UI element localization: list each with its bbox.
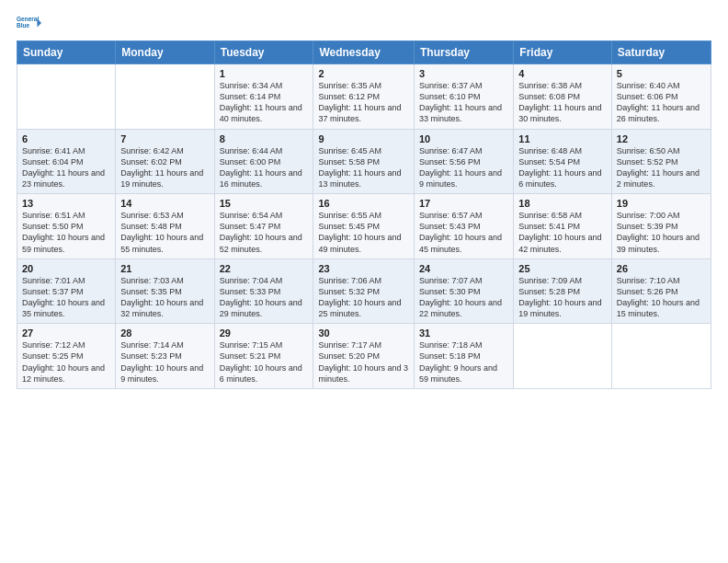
calendar-cell: 31Sunrise: 7:18 AM Sunset: 5:18 PM Dayli…: [415, 324, 514, 389]
calendar-col-sunday: Sunday: [17, 41, 116, 64]
calendar-week-row: 1Sunrise: 6:34 AM Sunset: 6:14 PM Daylig…: [17, 64, 711, 130]
calendar-cell: 30Sunrise: 7:17 AM Sunset: 5:20 PM Dayli…: [313, 324, 415, 389]
day-info: Sunrise: 6:37 AM Sunset: 6:10 PM Dayligh…: [419, 80, 508, 125]
day-info: Sunrise: 7:12 AM Sunset: 5:25 PM Dayligh…: [22, 339, 110, 385]
logo: GeneralBlue: [17, 9, 42, 35]
calendar-cell: 13Sunrise: 6:51 AM Sunset: 5:50 PM Dayli…: [17, 194, 116, 259]
calendar-cell: 22Sunrise: 7:04 AM Sunset: 5:33 PM Dayli…: [214, 259, 313, 324]
calendar-cell: 23Sunrise: 7:06 AM Sunset: 5:32 PM Dayli…: [313, 259, 415, 324]
day-number: 21: [120, 263, 209, 274]
calendar-cell: 21Sunrise: 7:03 AM Sunset: 5:35 PM Dayli…: [116, 259, 214, 324]
calendar-cell: 15Sunrise: 6:54 AM Sunset: 5:47 PM Dayli…: [214, 194, 313, 259]
day-number: 30: [318, 327, 409, 339]
day-info: Sunrise: 6:51 AM Sunset: 5:50 PM Dayligh…: [22, 210, 110, 255]
day-number: 24: [419, 263, 508, 274]
svg-marker-2: [37, 18, 41, 27]
day-number: 4: [518, 68, 607, 79]
day-info: Sunrise: 7:03 AM Sunset: 5:35 PM Dayligh…: [120, 275, 209, 320]
day-number: 7: [120, 133, 209, 144]
day-info: Sunrise: 6:42 AM Sunset: 6:02 PM Dayligh…: [120, 145, 209, 190]
day-info: Sunrise: 6:34 AM Sunset: 6:14 PM Dayligh…: [220, 80, 309, 125]
day-info: Sunrise: 6:40 AM Sunset: 6:06 PM Dayligh…: [617, 80, 706, 125]
calendar-week-row: 20Sunrise: 7:01 AM Sunset: 5:37 PM Dayli…: [17, 259, 711, 324]
day-number: 3: [419, 68, 508, 79]
day-info: Sunrise: 7:04 AM Sunset: 5:33 PM Dayligh…: [220, 275, 309, 320]
day-number: 14: [120, 198, 209, 209]
calendar-cell: 11Sunrise: 6:48 AM Sunset: 5:54 PM Dayli…: [514, 129, 612, 194]
day-info: Sunrise: 6:38 AM Sunset: 6:08 PM Dayligh…: [518, 80, 607, 125]
calendar-cell: [514, 324, 612, 389]
day-info: Sunrise: 7:07 AM Sunset: 5:30 PM Dayligh…: [419, 275, 508, 320]
svg-text:Blue: Blue: [17, 22, 29, 29]
calendar-cell: 8Sunrise: 6:44 AM Sunset: 6:00 PM Daylig…: [214, 129, 313, 194]
calendar-col-saturday: Saturday: [611, 41, 711, 64]
day-number: 29: [220, 327, 309, 339]
calendar-col-thursday: Thursday: [415, 41, 514, 64]
calendar-cell: [611, 324, 711, 389]
day-number: 10: [419, 133, 508, 144]
calendar-cell: 3Sunrise: 6:37 AM Sunset: 6:10 PM Daylig…: [415, 64, 514, 130]
day-number: 11: [518, 133, 607, 144]
logo-icon: GeneralBlue: [17, 9, 42, 35]
calendar-col-wednesday: Wednesday: [313, 41, 415, 64]
day-number: 25: [518, 263, 607, 274]
page-header: GeneralBlue: [17, 9, 711, 35]
day-number: 28: [120, 327, 209, 339]
calendar-cell: 24Sunrise: 7:07 AM Sunset: 5:30 PM Dayli…: [415, 259, 514, 324]
calendar-week-row: 6Sunrise: 6:41 AM Sunset: 6:04 PM Daylig…: [17, 129, 711, 194]
day-info: Sunrise: 6:53 AM Sunset: 5:48 PM Dayligh…: [120, 210, 209, 255]
day-info: Sunrise: 6:57 AM Sunset: 5:43 PM Dayligh…: [419, 210, 508, 255]
day-info: Sunrise: 7:06 AM Sunset: 5:32 PM Dayligh…: [318, 275, 409, 320]
calendar-cell: [116, 64, 214, 130]
calendar-table: SundayMondayTuesdayWednesdayThursdayFrid…: [17, 40, 711, 389]
day-info: Sunrise: 7:09 AM Sunset: 5:28 PM Dayligh…: [518, 275, 607, 320]
calendar-cell: 1Sunrise: 6:34 AM Sunset: 6:14 PM Daylig…: [214, 64, 313, 130]
day-number: 20: [22, 263, 110, 274]
day-number: 23: [318, 263, 409, 274]
day-info: Sunrise: 6:47 AM Sunset: 5:56 PM Dayligh…: [419, 145, 508, 190]
day-info: Sunrise: 6:54 AM Sunset: 5:47 PM Dayligh…: [220, 210, 309, 255]
day-info: Sunrise: 7:10 AM Sunset: 5:26 PM Dayligh…: [617, 275, 706, 320]
day-number: 15: [220, 198, 309, 209]
calendar-cell: 2Sunrise: 6:35 AM Sunset: 6:12 PM Daylig…: [313, 64, 415, 130]
calendar-week-row: 27Sunrise: 7:12 AM Sunset: 5:25 PM Dayli…: [17, 324, 711, 389]
calendar-cell: 6Sunrise: 6:41 AM Sunset: 6:04 PM Daylig…: [17, 129, 116, 194]
day-info: Sunrise: 7:14 AM Sunset: 5:23 PM Dayligh…: [120, 339, 209, 385]
calendar-cell: 18Sunrise: 6:58 AM Sunset: 5:41 PM Dayli…: [514, 194, 612, 259]
day-number: 13: [22, 198, 110, 209]
calendar-header-row: SundayMondayTuesdayWednesdayThursdayFrid…: [17, 41, 711, 64]
calendar-cell: 5Sunrise: 6:40 AM Sunset: 6:06 PM Daylig…: [611, 64, 711, 130]
calendar-col-monday: Monday: [116, 41, 214, 64]
day-number: 1: [220, 68, 309, 79]
day-number: 6: [22, 133, 110, 144]
day-info: Sunrise: 7:18 AM Sunset: 5:18 PM Dayligh…: [419, 339, 508, 385]
day-number: 26: [617, 263, 706, 274]
day-info: Sunrise: 6:48 AM Sunset: 5:54 PM Dayligh…: [518, 145, 607, 190]
calendar-cell: 28Sunrise: 7:14 AM Sunset: 5:23 PM Dayli…: [116, 324, 214, 389]
day-number: 16: [318, 198, 409, 209]
calendar-cell: 12Sunrise: 6:50 AM Sunset: 5:52 PM Dayli…: [611, 129, 711, 194]
day-number: 2: [318, 68, 409, 79]
day-number: 27: [22, 327, 110, 339]
calendar-col-friday: Friday: [514, 41, 612, 64]
calendar-cell: [17, 64, 116, 130]
day-info: Sunrise: 7:01 AM Sunset: 5:37 PM Dayligh…: [22, 275, 110, 320]
calendar-cell: 19Sunrise: 7:00 AM Sunset: 5:39 PM Dayli…: [611, 194, 711, 259]
calendar-cell: 10Sunrise: 6:47 AM Sunset: 5:56 PM Dayli…: [415, 129, 514, 194]
day-info: Sunrise: 6:55 AM Sunset: 5:45 PM Dayligh…: [318, 210, 409, 255]
calendar-week-row: 13Sunrise: 6:51 AM Sunset: 5:50 PM Dayli…: [17, 194, 711, 259]
day-info: Sunrise: 6:50 AM Sunset: 5:52 PM Dayligh…: [617, 145, 706, 190]
day-number: 12: [617, 133, 706, 144]
day-number: 9: [318, 133, 409, 144]
calendar-cell: 26Sunrise: 7:10 AM Sunset: 5:26 PM Dayli…: [611, 259, 711, 324]
day-number: 19: [617, 198, 706, 209]
day-number: 31: [419, 327, 508, 339]
calendar-cell: 7Sunrise: 6:42 AM Sunset: 6:02 PM Daylig…: [116, 129, 214, 194]
calendar-cell: 27Sunrise: 7:12 AM Sunset: 5:25 PM Dayli…: [17, 324, 116, 389]
svg-text:General: General: [17, 16, 39, 22]
day-info: Sunrise: 7:00 AM Sunset: 5:39 PM Dayligh…: [617, 210, 706, 255]
day-number: 17: [419, 198, 508, 209]
day-info: Sunrise: 6:35 AM Sunset: 6:12 PM Dayligh…: [318, 80, 409, 125]
day-info: Sunrise: 7:15 AM Sunset: 5:21 PM Dayligh…: [220, 339, 309, 385]
day-info: Sunrise: 6:41 AM Sunset: 6:04 PM Dayligh…: [22, 145, 110, 190]
